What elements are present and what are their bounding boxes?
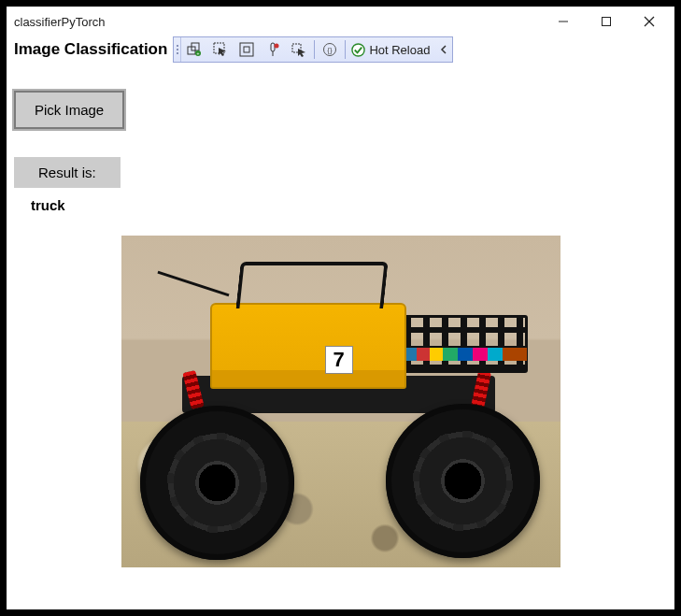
select-element-button[interactable] [207,37,234,62]
svg-rect-10 [244,47,249,52]
collapse-toolbar-button[interactable] [435,37,452,62]
minimize-button[interactable] [542,7,585,36]
select-element-icon [213,42,228,57]
debug-toolbar: + [173,36,453,63]
minimize-icon [558,16,569,27]
svg-rect-1 [603,18,611,26]
content-area: Image Classification + [7,36,674,609]
classified-image: 7 [121,236,560,567]
display-layout-adorners-icon [239,42,254,57]
page-title: Image Classification [14,40,167,59]
app-window: classifierPyTorch Image Classification [7,7,674,609]
live-visual-tree-button[interactable]: + [181,37,207,62]
titlebar: classifierPyTorch [7,7,674,36]
hot-reload-button[interactable]: Hot Reload [348,37,435,62]
toolbar-separator [345,40,346,59]
pick-image-button[interactable]: Pick Image [14,91,124,129]
svg-text:{}: {} [328,46,333,54]
window-controls [542,7,671,36]
svg-rect-9 [240,43,253,56]
toolbar-separator [314,40,315,59]
truck-number-plate: 7 [325,346,353,374]
xaml-binding-failures-icon: {} [322,42,337,57]
chevron-left-icon [439,45,448,54]
result-value: truck [31,197,667,213]
hot-reload-check-icon [351,43,365,57]
display-layout-adorners-button[interactable] [234,37,260,62]
hot-reload-label: Hot Reload [369,43,430,57]
svg-text:+: + [197,50,200,56]
svg-point-17 [352,43,364,55]
live-visual-tree-icon: + [187,42,202,57]
image-area: 7 [14,236,667,567]
window-title: classifierPyTorch [14,15,542,29]
xaml-binding-failures-button[interactable]: {} [317,37,343,62]
toggle-selection-icon [291,42,306,57]
close-button[interactable] [628,7,671,36]
svg-rect-11 [271,43,275,51]
close-icon [644,16,655,27]
track-focused-element-button[interactable] [260,37,286,62]
header-row: Image Classification + [14,36,667,63]
toolbar-grip[interactable] [174,37,181,62]
track-focused-element-icon [265,42,280,57]
toggle-selection-button[interactable] [286,37,312,62]
result-label: Result is: [14,157,121,188]
maximize-icon [601,16,612,27]
svg-point-13 [275,44,279,49]
maximize-button[interactable] [585,7,628,36]
